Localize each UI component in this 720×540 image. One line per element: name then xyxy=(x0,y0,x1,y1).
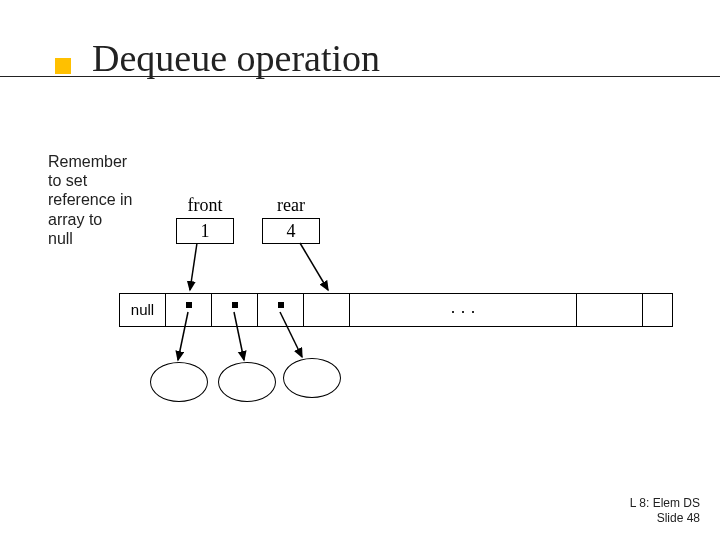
object-oval xyxy=(150,362,208,402)
note-line: reference in xyxy=(48,190,168,209)
rear-label: rear xyxy=(262,195,320,216)
footer-line: Slide 48 xyxy=(630,511,700,526)
ref-dot-icon xyxy=(278,302,284,308)
svg-line-1 xyxy=(300,243,328,290)
cell-2 xyxy=(212,294,258,326)
note-line: Remember xyxy=(48,152,168,171)
cells-ellipsis: . . . xyxy=(350,294,577,326)
note-line: null xyxy=(48,229,168,248)
rear-pointer: rear 4 xyxy=(262,195,320,244)
object-oval xyxy=(283,358,341,398)
svg-line-0 xyxy=(190,243,197,290)
cell-0-null: null xyxy=(120,294,166,326)
object-oval xyxy=(218,362,276,402)
ref-dot-icon xyxy=(232,302,238,308)
title-bar: Dequeue operation xyxy=(0,18,720,77)
front-label: front xyxy=(176,195,234,216)
front-value-box: 1 xyxy=(176,218,234,244)
footer-line: L 8: Elem DS xyxy=(630,496,700,511)
cell-spare xyxy=(577,294,643,326)
front-pointer: front 1 xyxy=(176,195,234,244)
cell-1 xyxy=(166,294,212,326)
cell-end xyxy=(643,294,673,326)
ref-dot-icon xyxy=(186,302,192,308)
title-accent-square xyxy=(55,58,71,74)
note-line: to set xyxy=(48,171,168,190)
queue-array: null . . . xyxy=(119,293,673,327)
cell-4 xyxy=(304,294,350,326)
slide-footer: L 8: Elem DS Slide 48 xyxy=(630,496,700,526)
cell-3 xyxy=(258,294,304,326)
note-line: array to xyxy=(48,210,168,229)
reminder-note: Remember to set reference in array to nu… xyxy=(48,152,168,248)
rear-value-box: 4 xyxy=(262,218,320,244)
slide-title: Dequeue operation xyxy=(92,36,380,80)
arrows-overlay xyxy=(0,0,720,540)
